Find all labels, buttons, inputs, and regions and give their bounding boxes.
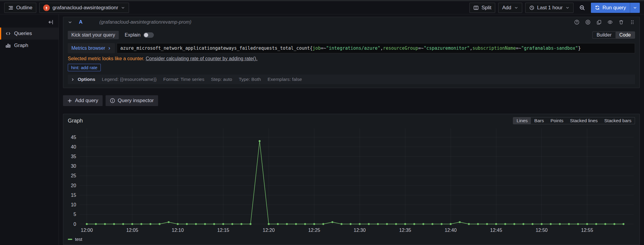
svg-text:5: 5 — [73, 212, 76, 217]
refresh-icon — [595, 5, 600, 10]
bar-chart-icon — [5, 43, 11, 48]
outline-icon — [8, 5, 13, 10]
legend-series-label[interactable]: test — [75, 237, 82, 242]
query-options-row[interactable]: Options Legend: {{resourceName}} Format:… — [68, 75, 635, 84]
explore-page: Outline grafanacloud-awsintegrationr — [0, 0, 644, 245]
content-area: Queries Graph — [0, 14, 644, 245]
counter-warning: Selected metric looks like a counter. Co… — [68, 56, 635, 61]
svg-text:35: 35 — [71, 154, 76, 159]
delete-query-icon[interactable] — [619, 19, 624, 25]
svg-text:15: 15 — [71, 193, 76, 198]
svg-text:30: 30 — [71, 164, 76, 169]
svg-text:12:55: 12:55 — [581, 228, 593, 233]
svg-text:45: 45 — [71, 135, 76, 140]
graph-style-switch: Lines Bars Points Stacked lines Stacked … — [513, 117, 635, 124]
graph-mode-stacked-bars[interactable]: Stacked bars — [601, 117, 635, 124]
graph-mode-points[interactable]: Points — [547, 117, 567, 124]
explore-toolbar: Outline grafanacloud-awsintegrationr — [0, 1, 644, 14]
datasource-name: grafanacloud-awsintegrationr — [52, 5, 118, 11]
run-query-button[interactable]: Run query — [591, 3, 640, 13]
chart-canvas[interactable]: 05101520253035404512:0012:0512:1012:1512… — [65, 125, 638, 236]
graph-mode-bars[interactable]: Bars — [531, 117, 547, 124]
sidebar-item-graph[interactable]: Graph — [0, 40, 58, 52]
split-button[interactable]: Split — [469, 3, 495, 13]
run-query-dropdown[interactable] — [630, 3, 640, 13]
graph-panel: Graph Lines Bars Points Stacked lines St… — [63, 114, 640, 245]
svg-text:12:05: 12:05 — [126, 228, 138, 233]
zoom-out-button[interactable] — [577, 3, 588, 13]
option-format: Format: Time series — [163, 77, 204, 82]
outline-label: Outline — [16, 5, 32, 11]
svg-text:10: 10 — [71, 202, 76, 207]
time-range-picker[interactable]: Last 1 hour — [525, 3, 574, 13]
kick-start-query-button[interactable]: Kick start your query — [68, 31, 119, 39]
svg-text:0: 0 — [73, 222, 76, 227]
sidebar-item-queries[interactable]: Queries — [0, 28, 58, 40]
sidebar-item-label: Queries — [14, 31, 32, 37]
option-legend: Legend: {{resourceName}} — [102, 77, 157, 82]
editor-mode-code[interactable]: Code — [616, 32, 635, 38]
options-label: Options — [78, 77, 95, 82]
datasource-picker[interactable]: grafanacloud-awsintegrationr — [39, 3, 129, 13]
editor-mode-builder[interactable]: Builder — [593, 32, 616, 38]
toolbar-left: Outline grafanacloud-awsintegrationr — [4, 3, 129, 13]
run-query-label: Run query — [603, 5, 626, 11]
hint-add-rate-button[interactable]: hint: add rate — [68, 64, 101, 71]
legend-series-swatch[interactable] — [68, 239, 72, 240]
explain-toggle[interactable] — [143, 32, 154, 38]
svg-text:12:25: 12:25 — [308, 228, 320, 233]
svg-text:12:35: 12:35 — [399, 228, 411, 233]
prometheus-logo-icon — [43, 4, 50, 11]
query-inspector-button[interactable]: Query inspector — [106, 95, 158, 106]
sidebar-item-label: Graph — [14, 43, 28, 49]
editor-mode-switch: Builder Code — [592, 31, 635, 39]
time-series-chart[interactable]: 05101520253035404512:0012:0512:1012:1512… — [63, 125, 640, 236]
promql-query-input[interactable]: azure_microsoft_network_applicationgatew… — [117, 43, 635, 53]
graph-mode-lines[interactable]: Lines — [513, 117, 531, 124]
svg-text:20: 20 — [71, 183, 76, 188]
svg-text:12:50: 12:50 — [536, 228, 548, 233]
time-range-label: Last 1 hour — [537, 5, 563, 11]
add-label: Add — [502, 5, 511, 11]
info-circle-icon — [110, 98, 115, 103]
chevron-down-icon — [514, 6, 518, 10]
chevron-right-icon — [71, 78, 75, 81]
duplicate-query-icon[interactable] — [596, 19, 602, 25]
toolbar-right: Split Add Last 1 hour — [469, 3, 640, 13]
explore-sidebar: Queries Graph — [0, 14, 59, 245]
query-editor-row: A (grafanacloud-awsintegrationrevamp-pro… — [63, 17, 640, 88]
graph-panel-title: Graph — [68, 118, 83, 124]
add-button[interactable]: Add — [498, 3, 522, 13]
disable-query-icon[interactable] — [585, 19, 591, 25]
metrics-browser-button[interactable]: Metrics browser — [68, 43, 115, 53]
metrics-browser-label: Metrics browser — [71, 46, 105, 51]
collapse-sidebar-icon[interactable] — [48, 19, 54, 25]
add-query-button[interactable]: Add query — [63, 95, 103, 106]
add-query-label: Add query — [75, 98, 98, 104]
warning-link[interactable]: Consider calculating rate of counter by … — [146, 56, 258, 61]
graph-mode-stacked-lines[interactable]: Stacked lines — [567, 117, 601, 124]
explain-label: Explain — [125, 32, 140, 38]
visibility-icon[interactable] — [607, 19, 613, 25]
outline-button[interactable]: Outline — [4, 3, 36, 13]
svg-text:12:30: 12:30 — [354, 228, 366, 233]
svg-text:25: 25 — [71, 173, 76, 178]
svg-text:12:45: 12:45 — [490, 228, 502, 233]
clock-icon — [529, 5, 535, 10]
query-row-header[interactable]: A (grafanacloud-awsintegrationrevamp-pro… — [63, 17, 640, 27]
svg-text:12:40: 12:40 — [445, 228, 457, 233]
query-row-actions — [574, 19, 635, 25]
help-icon[interactable] — [574, 19, 580, 25]
chart-legend: test — [63, 236, 640, 245]
drag-handle-icon[interactable] — [630, 19, 635, 25]
collapse-query-icon[interactable] — [68, 20, 72, 25]
query-inspector-label: Query inspector — [118, 98, 154, 104]
chevron-down-icon — [565, 6, 570, 10]
plus-icon — [67, 98, 72, 103]
split-icon — [473, 5, 479, 10]
svg-text:12:15: 12:15 — [217, 228, 229, 233]
svg-text:12:20: 12:20 — [263, 228, 275, 233]
option-step: Step: auto — [211, 77, 232, 82]
chevron-down-icon — [121, 6, 125, 10]
main-area: A (grafanacloud-awsintegrationrevamp-pro… — [59, 14, 644, 245]
